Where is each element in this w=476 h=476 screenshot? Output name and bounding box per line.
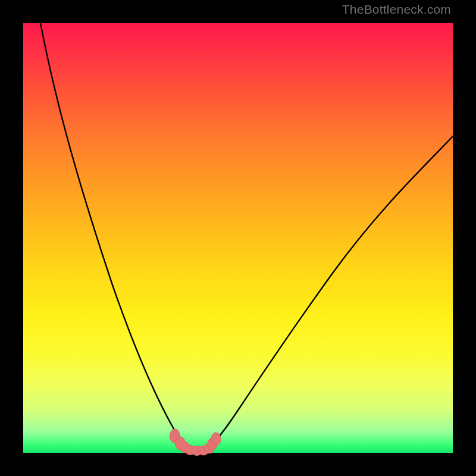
outer-frame: TheBottleneck.com	[0, 0, 476, 476]
watermark-text: TheBottleneck.com	[342, 2, 451, 17]
curve-layer	[23, 23, 453, 453]
marker-point	[211, 433, 221, 446]
curve-left-branch	[40, 23, 184, 444]
curve-right-branch	[212, 136, 453, 444]
marker-group	[170, 429, 221, 456]
plot-area	[23, 23, 453, 453]
